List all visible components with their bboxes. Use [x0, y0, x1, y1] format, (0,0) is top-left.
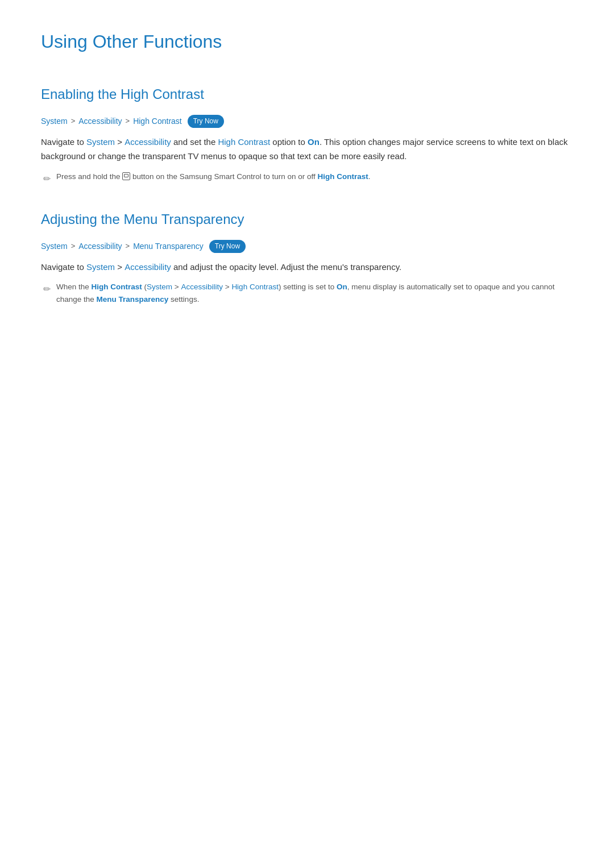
section-high-contrast: Enabling the High Contrast System > Acce… — [41, 84, 573, 186]
body1-accessibility: Accessibility — [125, 137, 171, 147]
section1-body: Navigate to System > Accessibility and s… — [41, 135, 573, 164]
breadcrumb-system-1: System — [41, 115, 68, 127]
breadcrumb-menu-transparency: Menu Transparency — [133, 240, 204, 252]
breadcrumb-system-2: System — [41, 240, 68, 252]
try-now-badge-1[interactable]: Try Now — [188, 115, 224, 128]
breadcrumb-accessibility-1: Accessibility — [78, 115, 122, 127]
note2-system: System — [147, 283, 172, 291]
section1-note: ✏ Press and hold the button on the Samsu… — [41, 171, 573, 186]
breadcrumb-sep2-2: > — [126, 240, 130, 252]
section2-breadcrumb: System > Accessibility > Menu Transparen… — [41, 240, 573, 253]
breadcrumb-accessibility-2: Accessibility — [78, 240, 122, 252]
section2-note: ✏ When the High Contrast (System > Acces… — [41, 281, 573, 305]
remote-button-icon — [122, 172, 130, 180]
section1-breadcrumb: System > Accessibility > High Contrast T… — [41, 115, 573, 128]
note2-menu-transparency: Menu Transparency — [97, 295, 169, 304]
note2-on: On — [337, 283, 347, 291]
section1-note-text: Press and hold the button on the Samsung… — [56, 171, 371, 183]
note1-high-contrast: High Contrast — [318, 172, 368, 181]
note2-accessibility: Accessibility — [181, 283, 223, 291]
breadcrumb-sep2-1: > — [126, 115, 130, 127]
body2-system: System — [86, 262, 115, 272]
body2-accessibility: Accessibility — [125, 262, 171, 272]
body1-high-contrast: High Contrast — [218, 137, 270, 147]
page-title: Using Other Functions — [41, 27, 573, 56]
body1-on: On — [308, 137, 320, 147]
pencil-icon-2: ✏ — [43, 282, 51, 297]
breadcrumb-sep1-1: > — [71, 115, 76, 127]
section2-title: Adjusting the Menu Transparency — [41, 209, 573, 230]
try-now-badge-2[interactable]: Try Now — [209, 240, 246, 253]
body1-system: System — [86, 137, 115, 147]
note2-high-contrast-link: High Contrast — [231, 283, 279, 291]
breadcrumb-sep1-2: > — [71, 240, 76, 252]
breadcrumb-high-contrast: High Contrast — [133, 115, 182, 127]
note2-high-contrast: High Contrast — [92, 283, 142, 291]
section2-body: Navigate to System > Accessibility and a… — [41, 260, 573, 275]
pencil-icon-1: ✏ — [43, 172, 51, 186]
section1-title: Enabling the High Contrast — [41, 84, 573, 105]
section2-note-text: When the High Contrast (System > Accessi… — [56, 281, 573, 305]
section-menu-transparency: Adjusting the Menu Transparency System >… — [41, 209, 573, 305]
